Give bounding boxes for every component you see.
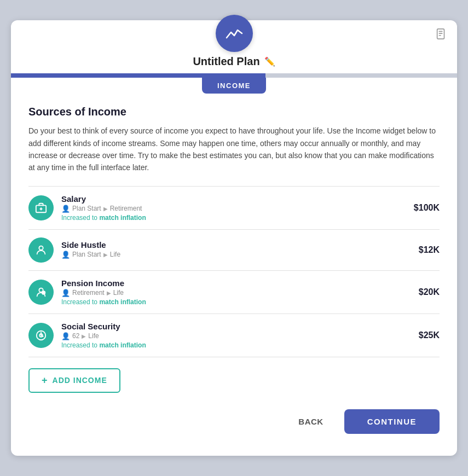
add-income-label: ADD INCOME bbox=[53, 376, 107, 385]
document-icon[interactable] bbox=[435, 28, 447, 42]
social-security-meta-icon: 👤 bbox=[61, 332, 70, 340]
plan-title: Untitled Plan bbox=[193, 55, 259, 68]
salary-info: Salary 👤 Plan Start ▶ Retirement Increas… bbox=[61, 194, 406, 222]
pension-icon: $ bbox=[28, 280, 54, 305]
salary-amount: $100K bbox=[414, 203, 440, 213]
main-card: Untitled Plan ✏️ INCOME Sources of Incom… bbox=[11, 20, 457, 456]
side-hustle-arrow: ▶ bbox=[103, 252, 108, 258]
pension-info: Pension Income 👤 Retirement ▶ Life Incre… bbox=[61, 278, 411, 306]
back-button[interactable]: BACK bbox=[288, 410, 333, 433]
salary-from: Plan Start bbox=[72, 205, 101, 212]
side-hustle-info: Side Hustle 👤 Plan Start ▶ Life bbox=[61, 240, 411, 260]
income-tab: INCOME bbox=[202, 78, 266, 94]
salary-meta: 👤 Plan Start ▶ Retirement bbox=[61, 205, 406, 213]
social-security-arrow: ▶ bbox=[82, 333, 86, 339]
side-hustle-meta: 👤 Plan Start ▶ Life bbox=[61, 251, 411, 259]
side-hustle-from: Plan Start bbox=[72, 251, 101, 258]
pension-amount: $20K bbox=[419, 287, 440, 297]
app-logo bbox=[216, 15, 253, 52]
side-hustle-to: Life bbox=[110, 251, 120, 258]
social-security-icon bbox=[28, 323, 54, 348]
income-list: Salary 👤 Plan Start ▶ Retirement Increas… bbox=[28, 186, 440, 357]
card-body: Sources of Income Do your best to think … bbox=[11, 94, 457, 398]
salary-icon bbox=[28, 195, 54, 220]
section-title: Sources of Income bbox=[28, 106, 440, 118]
pension-name: Pension Income bbox=[61, 278, 411, 288]
income-item-pension[interactable]: $ Pension Income 👤 Retirement ▶ Life Inc… bbox=[28, 271, 440, 314]
svg-point-7 bbox=[39, 246, 43, 249]
income-item-salary[interactable]: Salary 👤 Plan Start ▶ Retirement Increas… bbox=[28, 187, 440, 230]
pension-to: Life bbox=[113, 289, 124, 297]
social-security-amount: $25K bbox=[419, 330, 440, 340]
salary-arrow: ▶ bbox=[103, 206, 108, 212]
side-hustle-amount: $12K bbox=[419, 245, 440, 255]
salary-name: Salary bbox=[61, 194, 406, 204]
side-hustle-name: Side Hustle bbox=[61, 240, 411, 249]
pension-meta-icon: 👤 bbox=[61, 289, 70, 297]
social-security-from: 62 bbox=[72, 332, 79, 340]
pension-arrow: ▶ bbox=[107, 290, 111, 296]
edit-icon[interactable]: ✏️ bbox=[264, 56, 275, 67]
progress-bar bbox=[11, 73, 457, 78]
progress-bar-fill bbox=[11, 73, 265, 78]
income-tab-label: INCOME bbox=[202, 78, 266, 94]
add-income-button[interactable]: + ADD INCOME bbox=[28, 368, 120, 393]
pension-meta: 👤 Retirement ▶ Life bbox=[61, 289, 411, 297]
plan-title-row: Untitled Plan ✏️ bbox=[193, 55, 275, 68]
income-item-side-hustle[interactable]: Side Hustle 👤 Plan Start ▶ Life $12K bbox=[28, 230, 440, 271]
side-hustle-meta-icon: 👤 bbox=[61, 251, 70, 259]
social-security-meta: 👤 62 ▶ Life bbox=[61, 332, 411, 340]
svg-rect-0 bbox=[437, 29, 444, 39]
salary-to: Retirement bbox=[110, 205, 142, 212]
card-header: Untitled Plan ✏️ INCOME bbox=[11, 20, 457, 94]
social-security-inflation: Increased to match inflation bbox=[61, 341, 411, 349]
side-hustle-icon bbox=[28, 237, 54, 263]
plus-icon: + bbox=[42, 375, 48, 386]
pension-inflation: Increased to match inflation bbox=[61, 298, 411, 306]
salary-inflation: Increased to match inflation bbox=[61, 214, 406, 222]
continue-button[interactable]: CONTINUE bbox=[344, 409, 440, 434]
social-security-info: Social Security 👤 62 ▶ Life Increased to… bbox=[61, 322, 411, 349]
card-footer: BACK CONTINUE bbox=[11, 398, 457, 439]
social-security-to: Life bbox=[88, 332, 99, 340]
salary-meta-icon: 👤 bbox=[61, 205, 70, 213]
income-item-social-security[interactable]: Social Security 👤 62 ▶ Life Increased to… bbox=[28, 314, 440, 357]
section-description: Do your best to think of every source of… bbox=[28, 125, 440, 174]
pension-from: Retirement bbox=[72, 289, 105, 297]
social-security-name: Social Security bbox=[61, 322, 411, 331]
